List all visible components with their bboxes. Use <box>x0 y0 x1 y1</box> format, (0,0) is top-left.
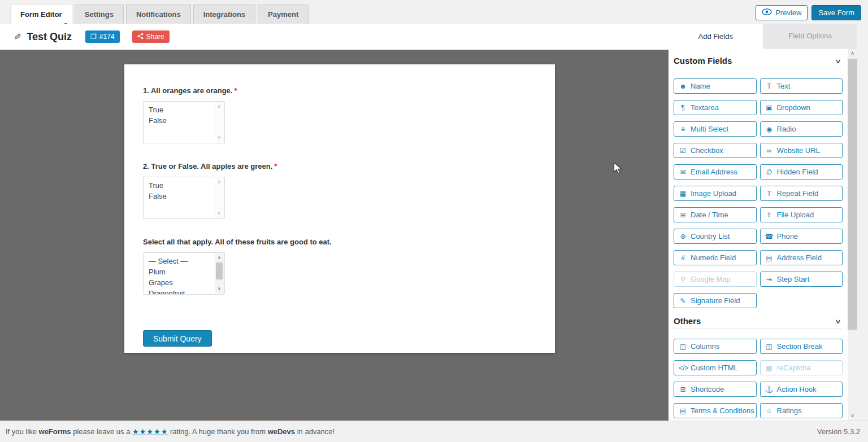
field-button-multi-select[interactable]: ≡Multi Select <box>674 121 757 137</box>
scroll-up-icon[interactable]: ∧ <box>848 49 857 58</box>
field-button-terms-conditions[interactable]: ▤Terms & Conditions <box>674 403 757 418</box>
listbox-option[interactable]: True <box>149 104 224 115</box>
top-actions: Preview Save Form <box>756 5 861 20</box>
field-button-hidden-field[interactable]: ∅Hidden Field <box>760 164 843 180</box>
chevron-down-icon[interactable]: ∨ <box>835 316 841 327</box>
field-button-repeat-field[interactable]: TRepeat Field <box>760 186 843 201</box>
listbox-option[interactable]: False <box>149 191 224 202</box>
chevron-down-icon[interactable]: ∨ <box>835 55 841 67</box>
columns-icon: ◫ <box>765 343 774 351</box>
save-form-label: Save Form <box>818 8 854 17</box>
field-button-phone[interactable]: ☎Phone <box>760 229 843 244</box>
footer-end: in advance! <box>295 427 335 436</box>
field-button-shortcode[interactable]: ⊞Shortcode <box>674 382 757 397</box>
footer-suffix: rating. A huge thank you from <box>168 427 267 436</box>
listbox-scrollbar[interactable]: ∧∨ <box>215 178 224 218</box>
field-button-date-time[interactable]: ⊞Date / Time <box>674 207 757 222</box>
link-icon: ∞ <box>765 147 774 155</box>
section-title: Custom Fields <box>674 55 732 67</box>
eye-icon <box>762 8 772 17</box>
field-button-label: Phone <box>777 232 798 240</box>
multiselect-listbox[interactable]: — Select —PlumGrapesDragonfruit∧∨ <box>143 252 225 295</box>
scroll-up-icon[interactable]: ∧ <box>215 178 224 186</box>
field-button-signature-field[interactable]: ✎Signature Field <box>674 293 757 308</box>
main-tab-bar: Form EditorSettingsNotificationsIntegrat… <box>10 4 309 24</box>
tab-integrations[interactable]: Integrations <box>193 5 255 24</box>
footer-brand-wedevs: weDevs <box>268 427 295 436</box>
field-button-text[interactable]: TText <box>760 78 843 94</box>
code-icon: </> <box>679 364 687 372</box>
field-button-label: Text <box>777 82 791 90</box>
form-id-badge[interactable]: ❐ #174 <box>85 30 119 43</box>
scroll-up-icon[interactable]: ∧ <box>215 254 224 262</box>
preview-label: Preview <box>775 8 801 17</box>
question-block[interactable]: 2. True or False. All apples are green.*… <box>143 162 555 219</box>
multiselect-listbox[interactable]: TrueFalse∧∨ <box>143 177 225 219</box>
field-button-ratings[interactable]: ☆Ratings <box>760 403 843 418</box>
copy-icon: ❐ <box>90 33 97 41</box>
field-button-email-address[interactable]: ✉Email Address <box>674 164 757 180</box>
scroll-up-icon[interactable]: ∧ <box>215 103 224 111</box>
top-bar: Form EditorSettingsNotificationsIntegrat… <box>0 0 868 24</box>
field-button-label: Step Start <box>777 275 810 283</box>
field-button-country-list[interactable]: ⊕Country List <box>674 229 757 244</box>
listbox-scrollbar[interactable]: ∧∨ <box>215 102 224 142</box>
field-button-address-field[interactable]: ▤Address Field <box>760 250 843 265</box>
listbox-option[interactable]: True <box>149 180 224 191</box>
field-button-radio[interactable]: ◉Radio <box>760 121 843 137</box>
field-button-section-break[interactable]: ◫Section Break <box>760 339 843 354</box>
form-preview-panel[interactable]: 1. All oranges are orange.*TrueFalse∧∨2.… <box>124 64 555 353</box>
tab-notifications[interactable]: Notifications <box>126 5 191 24</box>
field-button-checkbox[interactable]: ☑Checkbox <box>674 143 757 158</box>
scroll-down-icon[interactable]: ∨ <box>848 411 857 421</box>
field-button-image-upload[interactable]: ▦Image Upload <box>674 186 757 201</box>
listbox-scrollbar[interactable]: ∧∨ <box>215 253 224 294</box>
field-button-columns[interactable]: ◫Columns <box>674 339 757 354</box>
tab-payment[interactable]: Payment <box>258 5 309 24</box>
save-form-button[interactable]: Save Form <box>811 5 861 20</box>
section-header-custom-fields[interactable]: Custom Fields∨ <box>674 55 843 67</box>
scrollbar-thumb[interactable] <box>216 262 223 279</box>
sidebar-tab-add-fields[interactable]: Add Fields <box>669 24 763 49</box>
sidebar-scrollbar[interactable]: ∧ ∨ <box>848 49 857 421</box>
calendar-icon: ⊞ <box>679 386 687 393</box>
question-list: 1. All oranges are orange.*TrueFalse∧∨2.… <box>143 86 555 295</box>
submit-query-button[interactable]: Submit Query <box>143 330 212 347</box>
multiselect-listbox[interactable]: TrueFalse∧∨ <box>143 101 225 143</box>
field-button-custom-html[interactable]: </>Custom HTML <box>674 360 757 375</box>
field-button-label: Multi Select <box>691 125 728 133</box>
scroll-down-icon[interactable]: ∨ <box>215 209 224 217</box>
field-button-name[interactable]: ☻Name <box>674 78 757 94</box>
field-button-label: Checkbox <box>691 146 723 155</box>
field-button-website-url[interactable]: ∞Website URL <box>760 143 843 158</box>
listbox-option[interactable]: Grapes <box>149 277 224 288</box>
preview-button[interactable]: Preview <box>756 5 808 20</box>
listbox-option[interactable]: False <box>149 115 224 126</box>
tab-settings[interactable]: Settings <box>75 5 124 24</box>
field-button-label: Repeat Field <box>777 189 819 198</box>
rating-stars-link[interactable]: ★★★★★ <box>132 427 168 436</box>
field-button-numeric-field[interactable]: #Numeric Field <box>674 250 757 265</box>
field-button-action-hook[interactable]: ⚓Action Hook <box>760 382 843 397</box>
listbox-option[interactable]: Dragonfruit <box>149 288 224 295</box>
scroll-down-icon[interactable]: ∨ <box>215 134 224 142</box>
field-button-file-upload[interactable]: ⇧File Upload <box>760 207 843 222</box>
section-header-others[interactable]: Others∨ <box>674 316 843 327</box>
field-button-dropdown[interactable]: ▣Dropdown <box>760 100 843 115</box>
field-button-label: Image Upload <box>691 189 736 198</box>
question-block[interactable]: 1. All oranges are orange.*TrueFalse∧∨ <box>143 86 555 143</box>
sidebar-tab-field-options[interactable]: Field Options <box>763 24 858 49</box>
form-id-label: #174 <box>99 33 115 41</box>
listbox-option[interactable]: — Select — <box>149 256 224 266</box>
field-button-step-start[interactable]: ⇥Step Start <box>760 272 843 287</box>
question-block[interactable]: Select all that apply. All of these frui… <box>143 238 555 295</box>
field-button-textarea[interactable]: ¶Textarea <box>674 100 757 115</box>
tab-form-editor[interactable]: Form Editor <box>10 4 72 24</box>
edit-title-pencil-icon[interactable]: ✎ <box>14 32 21 42</box>
scrollbar-thumb[interactable] <box>848 59 857 330</box>
field-button-label: Website URL <box>777 146 820 155</box>
map-marker-icon: ⚲ <box>679 275 687 283</box>
listbox-option[interactable]: Plum <box>149 266 224 277</box>
share-button[interactable]: Share <box>132 30 170 43</box>
scroll-down-icon[interactable]: ∨ <box>215 285 224 293</box>
